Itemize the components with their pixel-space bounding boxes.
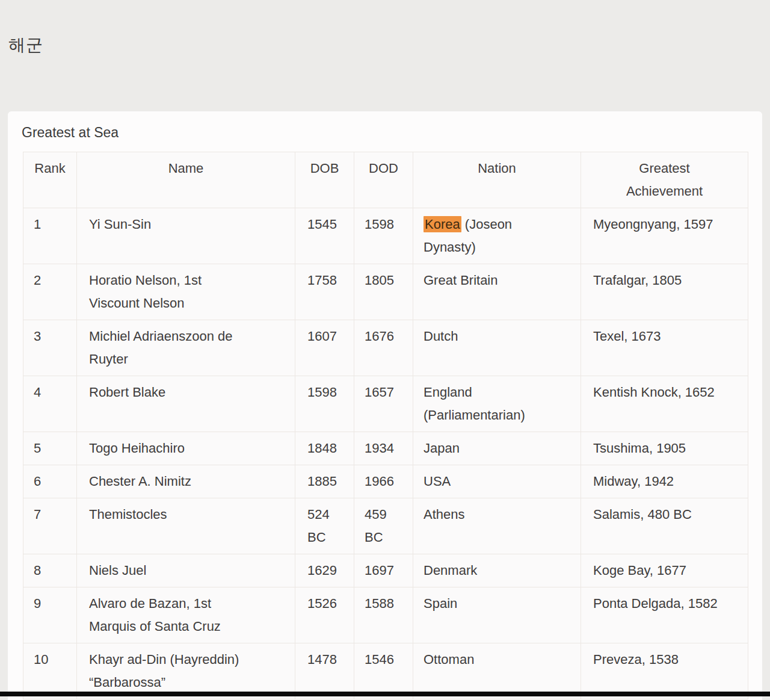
table-row: 4 Robert Blake 1598 1657 England (Parlia… <box>23 376 748 432</box>
nation-text: Spain <box>424 596 457 611</box>
nation-text: Denmark <box>424 563 477 578</box>
nation-text: USA <box>424 474 451 489</box>
cell-nation: USA <box>413 465 581 498</box>
cell-nation: Dutch <box>413 320 581 376</box>
table-body: 1 Yi Sun-Sin 1545 1598 Korea (Joseon Dyn… <box>23 208 748 699</box>
cell-nation: Spain <box>413 587 581 643</box>
page: 해군 Greatest at Sea Rank Name DOB DOD Nat… <box>0 0 770 700</box>
cell-nation: Korea (Joseon Dynasty) <box>413 208 581 264</box>
cell-achievement: Ponta Delgada, 1582 <box>581 587 748 643</box>
cell-nation: Great Britain <box>413 264 581 320</box>
cell-dod: 1676 <box>354 320 413 376</box>
page-heading-korean: 해군 <box>8 34 43 57</box>
cell-nation: Japan <box>413 432 581 465</box>
cell-achievement: Myeongnyang, 1597 <box>581 208 748 264</box>
cell-rank: 5 <box>23 432 77 465</box>
cell-nation: England (Parliamentarian) <box>413 376 581 432</box>
cell-achievement: Midway, 1942 <box>581 465 748 498</box>
cell-dob: 1526 <box>295 587 354 643</box>
cell-rank: 4 <box>23 376 77 432</box>
table-row: 6 Chester A. Nimitz 1885 1966 USA Midway… <box>23 465 748 498</box>
greatest-at-sea-table: Rank Name DOB DOD Nation Greatest Achiev… <box>23 152 748 699</box>
cell-dod: 1588 <box>354 587 413 643</box>
cell-dob: 1885 <box>295 465 354 498</box>
cell-rank: 1 <box>23 208 77 264</box>
cell-dob: 1848 <box>295 432 354 465</box>
nation-text: Ottoman <box>424 652 474 667</box>
cell-dod: 1657 <box>354 376 413 432</box>
cell-name: Khayr ad-Din (Hayreddin) “Barbarossa” <box>77 643 295 699</box>
cell-achievement: Koge Bay, 1677 <box>581 554 748 587</box>
cell-dod: 1546 <box>354 643 413 699</box>
cell-name: Themistocles <box>77 498 295 554</box>
nation-text: Athens <box>424 507 465 522</box>
content-card: Greatest at Sea Rank Name DOB DOD Nation… <box>8 111 762 700</box>
cell-name: Chester A. Nimitz <box>77 465 295 498</box>
search-highlight: Korea <box>424 216 461 232</box>
cell-dod: 1966 <box>354 465 413 498</box>
cell-dob: 1758 <box>295 264 354 320</box>
table-row: 8 Niels Juel 1629 1697 Denmark Koge Bay,… <box>23 554 748 587</box>
cell-rank: 2 <box>23 264 77 320</box>
cell-dob: 1545 <box>295 208 354 264</box>
cell-name: Togo Heihachiro <box>77 432 295 465</box>
cell-name: Michiel Adriaenszoon de Ruyter <box>77 320 295 376</box>
cell-dod: 1598 <box>354 208 413 264</box>
nation-text: Japan <box>424 441 460 456</box>
cell-dob: 1629 <box>295 554 354 587</box>
cell-dob: 524 BC <box>295 498 354 554</box>
header-rank: Rank <box>23 152 77 208</box>
cell-dod: 1697 <box>354 554 413 587</box>
header-name: Name <box>77 152 295 208</box>
cell-achievement: Kentish Knock, 1652 <box>581 376 748 432</box>
table-header: Rank Name DOB DOD Nation Greatest Achiev… <box>23 152 748 208</box>
table-row: 2 Horatio Nelson, 1st Viscount Nelson 17… <box>23 264 748 320</box>
cell-dob: 1478 <box>295 643 354 699</box>
cell-name: Alvaro de Bazan, 1st Marquis of Santa Cr… <box>77 587 295 643</box>
header-nation: Nation <box>413 152 581 208</box>
cell-nation: Athens <box>413 498 581 554</box>
cell-dob: 1598 <box>295 376 354 432</box>
cell-name: Yi Sun-Sin <box>77 208 295 264</box>
cell-achievement: Texel, 1673 <box>581 320 748 376</box>
cell-rank: 10 <box>23 643 77 699</box>
cell-nation: Ottoman <box>413 643 581 699</box>
table-row: 7 Themistocles 524 BC 459 BC Athens Sala… <box>23 498 748 554</box>
nation-text: Great Britain <box>424 273 498 288</box>
cell-dod: 1805 <box>354 264 413 320</box>
cell-rank: 8 <box>23 554 77 587</box>
cell-dob: 1607 <box>295 320 354 376</box>
cell-achievement: Salamis, 480 BC <box>581 498 748 554</box>
table-row: 10 Khayr ad-Din (Hayreddin) “Barbarossa”… <box>23 643 748 699</box>
cell-nation: Denmark <box>413 554 581 587</box>
header-dod: DOD <box>354 152 413 208</box>
cell-name: Robert Blake <box>77 376 295 432</box>
cell-dod: 459 BC <box>354 498 413 554</box>
cell-rank: 9 <box>23 587 77 643</box>
nation-text: England (Parliamentarian) <box>424 385 525 423</box>
cell-name: Niels Juel <box>77 554 295 587</box>
table-row: 9 Alvaro de Bazan, 1st Marquis of Santa … <box>23 587 748 643</box>
table-row: 3 Michiel Adriaenszoon de Ruyter 1607 16… <box>23 320 748 376</box>
cell-name: Horatio Nelson, 1st Viscount Nelson <box>77 264 295 320</box>
cell-dod: 1934 <box>354 432 413 465</box>
nation-text: Dutch <box>424 329 458 344</box>
table-row: 1 Yi Sun-Sin 1545 1598 Korea (Joseon Dyn… <box>23 208 748 264</box>
cell-rank: 6 <box>23 465 77 498</box>
cell-rank: 3 <box>23 320 77 376</box>
cell-achievement: Trafalgar, 1805 <box>581 264 748 320</box>
cell-achievement: Preveza, 1538 <box>581 643 748 699</box>
cell-rank: 7 <box>23 498 77 554</box>
header-achievement: Greatest Achievement <box>581 152 748 208</box>
table-row: 5 Togo Heihachiro 1848 1934 Japan Tsushi… <box>23 432 748 465</box>
header-dob: DOB <box>295 152 354 208</box>
bottom-divider-bar <box>0 692 770 696</box>
table-title: Greatest at Sea <box>22 125 762 141</box>
cell-achievement: Tsushima, 1905 <box>581 432 748 465</box>
